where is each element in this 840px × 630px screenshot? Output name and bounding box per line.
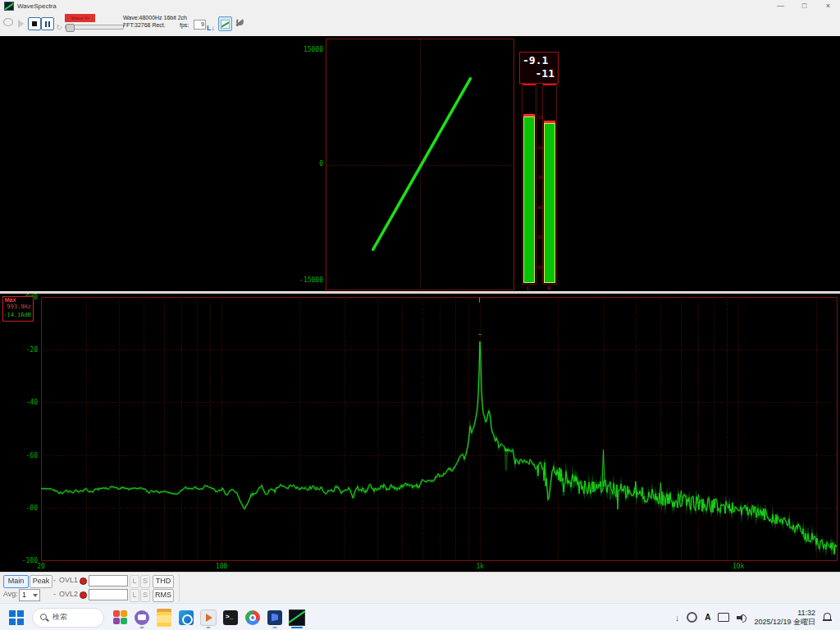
taskbar-app-widgets[interactable] [111, 607, 129, 628]
meter-zero-mark [523, 84, 536, 85]
settings-wrench-icon[interactable] [234, 18, 244, 28]
window-title: WaveSpectra [17, 2, 57, 10]
thd-button[interactable]: THD [153, 575, 174, 588]
search-icon [40, 614, 48, 622]
spectrum-canvas [0, 294, 840, 572]
taskbar-app-outlook[interactable] [177, 607, 195, 628]
s-button-1[interactable]: S [140, 575, 150, 588]
taskbar-apps: >_ [111, 607, 306, 628]
minimize-button[interactable]: — [769, 0, 792, 12]
l-button-1[interactable]: L [130, 575, 139, 588]
start-button[interactable] [8, 609, 25, 626]
title-bar[interactable]: WaveSpectra — □ × [0, 0, 840, 13]
spectrum-y-tick-label: -60 [2, 452, 38, 459]
max-readout: Max 993.9Hz -14.16dB [2, 296, 34, 322]
meter-scale-tick: -30 [519, 174, 558, 180]
taskbar-app-chrome[interactable] [244, 607, 262, 628]
status-badge: Wave In [65, 14, 95, 22]
meter-bar-left [522, 83, 536, 285]
rms-button[interactable]: RMS [153, 589, 174, 602]
search-placeholder: 検索 [52, 612, 67, 623]
date-label: 2025/12/19 金曜日 [754, 618, 815, 627]
meter-right-db: -11 [536, 67, 555, 80]
max-frequency: 993.9Hz [7, 304, 31, 310]
device-icon[interactable] [3, 18, 13, 26]
max-level: -14.16dB [3, 312, 31, 318]
meter-scale-tick: -10 [519, 114, 558, 120]
spectrum-y-tick-label: -20 [2, 346, 38, 354]
meter-zero-mark [543, 84, 556, 85]
spectrum-panel: 0dB-20-40-60-80-100201001k10k Max 993.9H… [0, 294, 840, 572]
ovl1-led [80, 578, 87, 585]
peak-button[interactable]: Peak [30, 575, 52, 588]
clock[interactable]: 11:32 2025/12/19 金曜日 [754, 609, 815, 627]
chrome-icon [245, 610, 260, 625]
lissajous-line [373, 79, 471, 249]
spectrum-x-tick-label: 1k [468, 563, 492, 570]
play-icon[interactable] [18, 20, 24, 28]
taskbar-app-teams[interactable] [133, 607, 151, 628]
taskbar-app-explorer[interactable] [155, 607, 173, 628]
pause-button[interactable] [41, 17, 54, 30]
maximize-button[interactable]: □ [792, 0, 816, 12]
speaker-icon[interactable] [737, 614, 746, 622]
avg-select[interactable]: 1 [19, 589, 40, 601]
taskbar: 検索 >_ ↓ A 11:32 2025/12/19 金曜日 [0, 603, 840, 630]
ovl1-label: OVL1 [59, 575, 78, 587]
ovl1-input[interactable] [89, 575, 128, 587]
system-tray: ↓ A 11:32 2025/12/19 金曜日 [675, 609, 832, 627]
taskbar-app-mediaplayer[interactable] [199, 607, 217, 628]
display-settings-icon[interactable] [218, 16, 232, 31]
tray-ring-icon[interactable] [687, 612, 697, 623]
dash-label-2: - [53, 589, 56, 600]
meter-scale-tick: -40 [519, 204, 558, 210]
slider-thumb[interactable] [66, 24, 75, 32]
ovl2-label: OVL2 [59, 589, 78, 600]
explorer-icon [157, 609, 171, 627]
s-button-2[interactable]: S [140, 589, 150, 602]
movies-icon [267, 610, 282, 625]
chevron-down-icon [33, 594, 38, 597]
taskbar-app-terminal[interactable]: >_ [221, 607, 240, 628]
taskbar-app-wavespectra[interactable] [288, 607, 306, 628]
time-label: 11:32 [797, 609, 815, 618]
wavespectra-window: WaveSpectra — □ × ↻ Wave In Wave:48000Hz… [0, 0, 840, 630]
spectrum-y-tick-label: -80 [2, 504, 38, 512]
widgets-icon [112, 610, 127, 625]
position-slider[interactable] [65, 25, 124, 30]
l-button-2[interactable]: L [130, 589, 139, 602]
ovl2-input[interactable] [89, 589, 128, 600]
active-app-indicator [291, 627, 303, 628]
control-bar: Main Peak - OVL1 L S THD Avg: 1 - OVL2 L… [0, 572, 840, 604]
search-box[interactable]: 検索 [32, 608, 104, 628]
ime-indicator[interactable]: A [705, 613, 710, 622]
notification-bell-icon[interactable] [823, 613, 832, 622]
spectrum-x-tick-label: 10k [726, 563, 751, 570]
close-button[interactable]: × [816, 0, 840, 12]
running-app-indicator [207, 627, 211, 628]
toolbar: ↻ Wave In Wave:48000Hz 16bit 2ch FFT:327… [0, 12, 840, 37]
outlook-icon [179, 610, 194, 625]
download-arrow-icon[interactable]: ↓ [675, 613, 680, 623]
spectrum-y-tick-label: -40 [2, 399, 38, 406]
meter-bar-right [542, 83, 557, 285]
axis-scale-icon[interactable]: L↓ [207, 19, 215, 34]
fps-value: 9 [194, 20, 206, 30]
loop-icon[interactable]: ↻ [56, 19, 62, 34]
meter-left-db: -9.1 [523, 54, 548, 66]
teams-icon [135, 610, 149, 625]
network-icon[interactable] [718, 613, 729, 622]
meter-scale-tick: -50 [519, 234, 558, 240]
terminal-icon: >_ [223, 610, 238, 625]
running-app-indicator [273, 627, 277, 628]
running-app-indicator [140, 627, 144, 628]
wave-info: Wave:48000Hz 16bit 2ch [123, 15, 187, 21]
taskbar-app-movies[interactable] [266, 607, 284, 628]
wavespectra-icon [289, 609, 305, 626]
fps-label: fps: [180, 22, 189, 29]
main-button[interactable]: Main [3, 575, 29, 588]
spectrum-x-tick-label: 20 [29, 563, 53, 570]
meter-scale-tick: -60 [519, 264, 558, 270]
app-icon [4, 2, 14, 11]
stop-button[interactable] [28, 17, 41, 30]
